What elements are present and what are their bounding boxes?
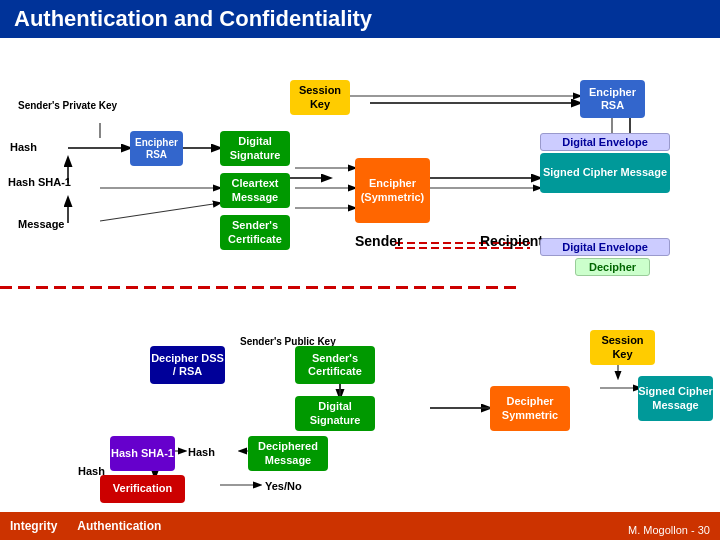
hash-label-bottom: Hash [188,446,215,458]
senders-certificate-box: Sender's Certificate [220,215,290,250]
signed-cipher-message-top: Signed Cipher Message [540,153,670,193]
dashed-separator [0,286,520,289]
recipient-label: Recipient [480,233,543,249]
page-container: Authentication and Confidentiality [0,0,720,540]
hash-sha1-bottom: Hash SHA-1 [110,436,175,471]
hash-sha1-label: Hash SHA-1 [8,176,71,188]
verification-box: Verification [100,475,185,503]
digital-signature-bottom: Digital Signature [295,396,375,431]
yes-no-label: Yes/No [265,480,302,492]
message-label: Message [18,218,64,230]
signed-cipher-message-bottom: Signed Cipher Message [638,376,713,421]
footer-author: M. Mogollon - 30 [628,524,710,536]
page-title: Authentication and Confidentiality [0,0,720,38]
decipher-dss-rsa: Decipher DSS / RSA [150,346,225,384]
svg-line-12 [100,203,220,221]
footer-integrity: Integrity [10,519,57,533]
encipher-rsa-top: Encipher RSA [580,80,645,118]
encipher-symmetric-box: Encipher (Symmetric) [355,158,430,223]
session-key-top: Session Key [290,80,350,115]
hash-label-top: Hash [10,141,37,153]
senders-private-key-label: Sender's Private Key [18,100,117,111]
digital-envelope-2: Digital Envelope [540,238,670,256]
senders-certificate-bottom: Sender's Certificate [295,346,375,384]
diagram-area: Sender's Private Key Hash Encipher RSA H… [0,38,720,508]
digital-envelope-1: Digital Envelope [540,133,670,151]
cleartext-message-box: Cleartext Message [220,173,290,208]
footer-bar: Integrity Authentication M. Mogollon - 3… [0,512,720,540]
footer-authentication: Authentication [77,519,161,533]
deciphered-message-box: Deciphered Message [248,436,328,471]
session-key-bottom: Session Key [590,330,655,365]
decipher-symmetric-box: Decipher Symmetric [490,386,570,431]
decipher-label-top: Decipher [575,258,650,276]
encipher-rsa-left: Encipher RSA [130,131,183,166]
digital-signature-box: Digital Signature [220,131,290,166]
sender-label: Sender [355,233,402,249]
